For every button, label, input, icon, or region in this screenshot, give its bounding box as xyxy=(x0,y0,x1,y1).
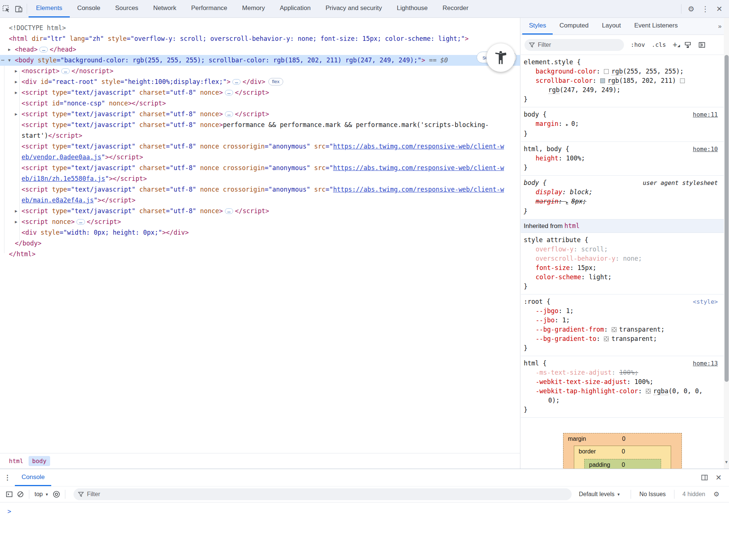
rule-selector[interactable]: :root xyxy=(524,298,543,305)
rule-origin[interactable]: home:11 xyxy=(693,110,718,119)
expand-arrow-icon[interactable]: ▶ xyxy=(15,87,17,98)
css-property[interactable]: --bg-gradient-from: transparent; xyxy=(524,325,719,334)
expand-arrow-icon[interactable]: ▶ xyxy=(8,44,11,55)
dom-row[interactable]: ⋯▼<body style="background-color: rgb(255… xyxy=(0,55,520,66)
css-property[interactable]: overflow-y: scroll; xyxy=(524,245,719,254)
styles-scrollbar[interactable]: ▼ xyxy=(724,18,729,469)
css-property[interactable]: margin: ▶8px; xyxy=(524,197,719,207)
dom-row[interactable]: eb/vendor.0adee0aa.js"></script> xyxy=(0,152,520,163)
dom-row[interactable]: eb/main.e8a2ef4a.js"></script> xyxy=(0,195,520,206)
css-property[interactable]: --jbgo: 1; xyxy=(524,306,719,316)
scrollbar-thumb[interactable] xyxy=(725,55,729,382)
expand-arrow-icon[interactable]: ▶ xyxy=(15,66,17,76)
dom-row[interactable]: <script type="text/javascript" charset="… xyxy=(0,141,520,152)
css-property[interactable]: scrollbar-color: rgb(185, 202, 211) xyxy=(524,76,719,85)
dom-row[interactable]: </html> xyxy=(0,249,520,260)
ellipsis-button[interactable]: … xyxy=(225,90,233,95)
dom-row[interactable]: ▶<script nonce>…</script> xyxy=(0,216,520,227)
tab-sources[interactable]: Sources xyxy=(108,0,146,17)
sidebar-tab-layout[interactable]: Layout xyxy=(595,18,628,35)
tab-memory[interactable]: Memory xyxy=(235,0,272,17)
ellipsis-button[interactable]: … xyxy=(76,219,85,225)
dock-panel-icon[interactable] xyxy=(699,472,710,484)
node-menu-icon[interactable]: ⋯ xyxy=(1,55,5,66)
console-filter-input[interactable]: Filter xyxy=(73,488,571,500)
close-drawer-icon[interactable]: ✕ xyxy=(713,472,725,484)
box-model[interactable]: margin 0 border 0 padding 0 xyxy=(563,433,682,469)
expand-arrow-icon[interactable]: ▶ xyxy=(15,76,17,87)
inherited-node-link[interactable]: html xyxy=(565,222,580,229)
dom-row[interactable]: <div style="width: 0px; height: 0px;"></… xyxy=(0,227,520,238)
expand-arrow-icon[interactable]: ▶ xyxy=(15,109,17,120)
rule-selector[interactable]: element.style xyxy=(524,58,573,66)
css-property[interactable]: overscroll-behavior-y: none; xyxy=(524,254,719,263)
console-sidebar-icon[interactable] xyxy=(4,491,15,498)
rendering-emulation-icon[interactable] xyxy=(684,41,692,49)
resource-link[interactable]: https://abs.twimg.com/responsive-web/cli… xyxy=(333,143,504,150)
breadcrumb-item-body[interactable]: body xyxy=(29,456,50,466)
css-property[interactable]: color-scheme: light; xyxy=(524,273,719,282)
issues-counter[interactable]: No Issues xyxy=(639,491,666,498)
expand-arrow-icon[interactable]: ▶ xyxy=(15,206,17,216)
color-swatch[interactable] xyxy=(604,336,609,341)
dom-row[interactable]: <script type="text/javascript" charset="… xyxy=(0,184,520,195)
console-prompt[interactable]: > xyxy=(7,508,11,515)
sidebar-tab-styles[interactable]: Styles xyxy=(522,18,553,35)
dom-row[interactable]: ▶<noscript>…</noscript> xyxy=(0,66,520,76)
rule-origin[interactable]: home:13 xyxy=(693,359,718,368)
sidebar-tab-computed[interactable]: Computed xyxy=(553,18,595,35)
css-property[interactable]: display: block; xyxy=(524,188,719,197)
expand-arrow-icon[interactable]: ▶ xyxy=(15,216,17,227)
dom-row[interactable]: eb/i18n/zh.1e5580fa.js"></script> xyxy=(0,173,520,184)
rule-selector[interactable]: body xyxy=(524,179,539,186)
close-icon[interactable]: ✕ xyxy=(713,3,725,15)
settings-gear-icon[interactable]: ⚙ xyxy=(685,3,697,15)
ellipsis-button[interactable]: … xyxy=(225,208,233,214)
css-property[interactable]: --jbo: 1; xyxy=(524,316,719,325)
log-levels-selector[interactable]: Default levels▼ xyxy=(579,491,621,498)
tab-console[interactable]: Console xyxy=(70,0,108,17)
more-tabs-icon[interactable]: »​ xyxy=(718,18,721,35)
expand-arrow-icon[interactable]: ▶ xyxy=(566,123,568,127)
css-property[interactable]: --bg-gradient-to: transparent; xyxy=(524,334,719,344)
dom-row[interactable]: start')</script> xyxy=(0,130,520,141)
css-property[interactable]: height: 100%; xyxy=(524,154,719,163)
resource-link[interactable]: https://abs.twimg.com/responsive-web/cli… xyxy=(333,164,504,172)
resource-link[interactable]: eb/vendor.0adee0aa.js xyxy=(22,153,101,161)
tab-recorder[interactable]: Recorder xyxy=(435,0,476,17)
dom-row[interactable]: <html dir="ltr" lang="zh" style="overflo… xyxy=(0,33,520,44)
dom-row[interactable]: <script type="text/javascript" charset="… xyxy=(0,163,520,173)
css-property[interactable]: font-size: 15px; xyxy=(524,263,719,273)
resource-link[interactable]: https://abs.twimg.com/responsive-web/cli… xyxy=(333,186,504,193)
dom-row[interactable]: <script type="text/javascript" charset="… xyxy=(0,120,520,130)
hov-toggle[interactable]: :hov xyxy=(631,41,645,48)
expand-arrow-icon[interactable]: ▶ xyxy=(566,200,568,204)
context-selector[interactable]: top▼ xyxy=(35,491,49,498)
color-swatch[interactable] xyxy=(604,69,609,74)
accessibility-icon[interactable] xyxy=(486,43,515,72)
rule-selector[interactable]: style attribute xyxy=(524,236,581,244)
clear-console-icon[interactable] xyxy=(15,491,26,498)
color-swatch[interactable] xyxy=(680,78,685,83)
resource-link[interactable]: eb/main.e8a2ef4a.js xyxy=(22,196,94,204)
dom-row[interactable]: </body> xyxy=(0,238,520,249)
rule-selector[interactable]: body xyxy=(524,111,539,118)
dom-row[interactable]: <script id="nonce-csp" nonce></script> xyxy=(0,98,520,109)
tab-performance[interactable]: Performance xyxy=(184,0,235,17)
tab-application[interactable]: Application xyxy=(272,0,318,17)
dom-row[interactable]: ▶<div id="react-root" style="height:100%… xyxy=(0,76,520,87)
console-settings-gear-icon[interactable]: ⚙ xyxy=(710,488,722,500)
tab-network[interactable]: Network xyxy=(146,0,184,17)
css-property[interactable]: background-color: rgb(255, 255, 255); xyxy=(524,67,719,76)
color-swatch[interactable] xyxy=(646,389,651,394)
ellipsis-button[interactable]: … xyxy=(225,111,233,117)
sidebar-tab-event-listeners[interactable]: Event Listeners xyxy=(628,18,684,35)
drawer-menu-icon[interactable]: ⋮ xyxy=(0,469,15,486)
computed-sidebar-toggle-icon[interactable] xyxy=(698,41,706,49)
rule-selector[interactable]: html xyxy=(524,359,539,367)
dom-row[interactable]: ▶<script type="text/javascript" charset=… xyxy=(0,109,520,120)
ellipsis-button[interactable]: … xyxy=(232,79,241,85)
expand-arrow-icon[interactable]: ▼ xyxy=(8,55,11,66)
live-expression-eye-icon[interactable] xyxy=(51,490,62,498)
breadcrumb-item-html[interactable]: html xyxy=(5,456,27,466)
